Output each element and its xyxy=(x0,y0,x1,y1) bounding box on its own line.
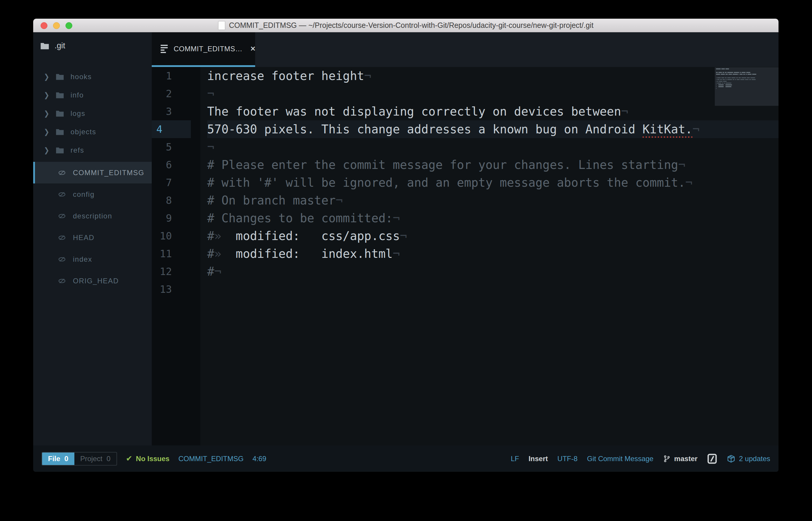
tree-item-label: logs xyxy=(71,109,85,118)
status-bar: File 0 Project 0 ✔ No Issues COMMIT_EDIT… xyxy=(33,446,779,472)
text-editor[interactable]: 12345678910111213 increase footer height… xyxy=(152,67,779,446)
zoom-window-button[interactable] xyxy=(66,22,72,29)
updates-label: 2 updates xyxy=(739,455,770,463)
minimap-line-mark xyxy=(736,77,738,78)
minimap-line-mark xyxy=(722,79,725,80)
line-number: 2 xyxy=(152,85,200,103)
line-ending-indicator[interactable]: LF xyxy=(511,455,519,463)
encoding-indicator[interactable]: UTF-8 xyxy=(557,455,578,463)
tree-folder-objects[interactable]: ❯objects xyxy=(33,123,152,141)
project-issues-button[interactable]: Project 0 xyxy=(74,453,116,465)
minimap-line-mark xyxy=(725,83,732,84)
minimap-line-mark xyxy=(750,77,755,78)
editor-line-10[interactable]: #» modified: css/app.css¬ xyxy=(200,227,779,245)
title-bar[interactable]: COMMIT_EDITMSG — ~/Projects/course-Versi… xyxy=(33,19,779,32)
minimap-line-mark xyxy=(751,79,756,80)
project-root[interactable]: .git xyxy=(40,41,65,50)
tree-file-HEAD[interactable]: HEAD xyxy=(33,227,152,248)
invisible-char: » xyxy=(214,247,222,260)
minimap-line-mark xyxy=(722,83,723,84)
tree-item-label: refs xyxy=(71,146,84,154)
tree-item-label: info xyxy=(71,91,84,99)
invisible-char: » xyxy=(214,229,222,243)
tab-commit-editmsg[interactable]: COMMIT_EDITMS… ✕ xyxy=(152,32,255,67)
code-text: modified: css/app.css xyxy=(222,229,400,243)
minimap-line-mark xyxy=(747,77,750,78)
project-root-label: .git xyxy=(54,41,65,50)
line-number: 12 xyxy=(152,263,200,280)
editor-line-2[interactable]: ¬ xyxy=(200,85,779,103)
edit-toggle[interactable] xyxy=(707,453,717,465)
minimap-line-mark xyxy=(752,74,756,75)
minimap-line-mark xyxy=(717,79,720,80)
editor-line-3[interactable]: The footer was not displaying correctly … xyxy=(200,103,779,120)
project-issues-label: Project xyxy=(80,455,102,463)
minimap-line-mark xyxy=(716,77,717,78)
tree-file-ORIG_HEAD[interactable]: ORIG_HEAD xyxy=(33,270,152,292)
git-branch-status[interactable]: master xyxy=(663,455,698,463)
tab-close-icon[interactable]: ✕ xyxy=(250,45,255,53)
editor-line-1[interactable]: increase footer height¬ xyxy=(200,67,779,85)
minimap-line-mark xyxy=(735,79,736,80)
minimap-line-mark xyxy=(723,81,727,82)
minimap-line-mark xyxy=(733,74,738,75)
cursor-position[interactable]: 4:69 xyxy=(253,455,266,463)
minimap[interactable] xyxy=(715,67,779,106)
editor-line-6[interactable]: # Please enter the commit message for yo… xyxy=(200,156,779,174)
minimap-line-mark xyxy=(721,77,724,78)
input-mode-indicator[interactable]: Insert xyxy=(528,455,548,463)
tree-item-label: index xyxy=(73,255,92,264)
tree-folder-list: ❯hooks❯info❯logs❯objects❯refs xyxy=(33,68,152,159)
document-icon xyxy=(218,21,225,30)
editor-line-12[interactable]: #¬ xyxy=(200,263,779,280)
editor-lines[interactable]: increase footer height¬¬The footer was n… xyxy=(200,67,779,298)
line-number: 8 xyxy=(152,191,200,209)
editor-line-8[interactable]: # On branch master¬ xyxy=(200,191,779,209)
tree-folder-hooks[interactable]: ❯hooks xyxy=(33,68,152,86)
package-updates[interactable]: 2 updates xyxy=(727,454,770,463)
folder-icon xyxy=(56,73,64,80)
minimap-line-mark xyxy=(717,81,718,82)
minimap-line-mark xyxy=(741,72,746,73)
minimap-line-mark xyxy=(722,72,724,73)
chevron-right-icon: ❯ xyxy=(44,109,50,118)
tree-file-index[interactable]: index xyxy=(33,248,152,270)
minimap-line-mark xyxy=(716,74,720,75)
editor-line-7[interactable]: # with '#' will be ignored, and an empty… xyxy=(200,174,779,191)
tree-file-description[interactable]: description xyxy=(33,205,152,227)
tree-folder-logs[interactable]: ❯logs xyxy=(33,104,152,123)
code-text: # On branch master xyxy=(207,194,335,207)
tree-file-COMMIT_EDITMSG[interactable]: COMMIT_EDITMSG xyxy=(33,162,152,183)
invisible-char: ¬ xyxy=(393,211,400,225)
minimize-window-button[interactable] xyxy=(53,22,60,29)
minimap-line-mark xyxy=(725,79,727,80)
editor-line-13[interactable] xyxy=(200,280,779,298)
minimap-line-mark xyxy=(717,77,721,78)
no-issues-status[interactable]: ✔ No Issues xyxy=(126,454,169,463)
check-icon: ✔ xyxy=(126,454,133,463)
file-issues-label: File xyxy=(48,455,60,463)
invisible-char: ¬ xyxy=(686,176,693,189)
editor-line-5[interactable]: ¬ xyxy=(200,138,779,156)
invisible-char: ¬ xyxy=(335,194,343,207)
code-text: KitKat. xyxy=(643,122,693,138)
code-text: # xyxy=(207,265,214,278)
tree-view-sidebar: .git ❯hooks❯info❯logs❯objects❯refs COMMI… xyxy=(33,32,152,446)
minimap-line-mark xyxy=(716,72,718,73)
line-number: 5 xyxy=(152,138,200,156)
editor-line-11[interactable]: #» modified: index.html¬ xyxy=(200,245,779,263)
editor-line-9[interactable]: # Changes to be committed:¬ xyxy=(200,209,779,227)
tree-folder-info[interactable]: ❯info xyxy=(33,86,152,104)
folder-icon xyxy=(56,110,64,117)
editor-line-4[interactable]: 570-630 pixels. This change addresses a … xyxy=(207,120,779,138)
minimap-line-mark xyxy=(739,77,741,78)
minimap-line-mark xyxy=(716,83,717,84)
grammar-indicator[interactable]: Git Commit Message xyxy=(587,455,653,463)
current-file-name[interactable]: COMMIT_EDITMSG xyxy=(179,455,243,463)
close-window-button[interactable] xyxy=(41,22,47,29)
file-issues-button[interactable]: File 0 xyxy=(42,453,74,465)
tree-file-config[interactable]: config xyxy=(33,183,152,205)
code-text: # xyxy=(207,229,214,243)
tree-folder-refs[interactable]: ❯refs xyxy=(33,141,152,159)
traffic-lights xyxy=(41,22,72,29)
